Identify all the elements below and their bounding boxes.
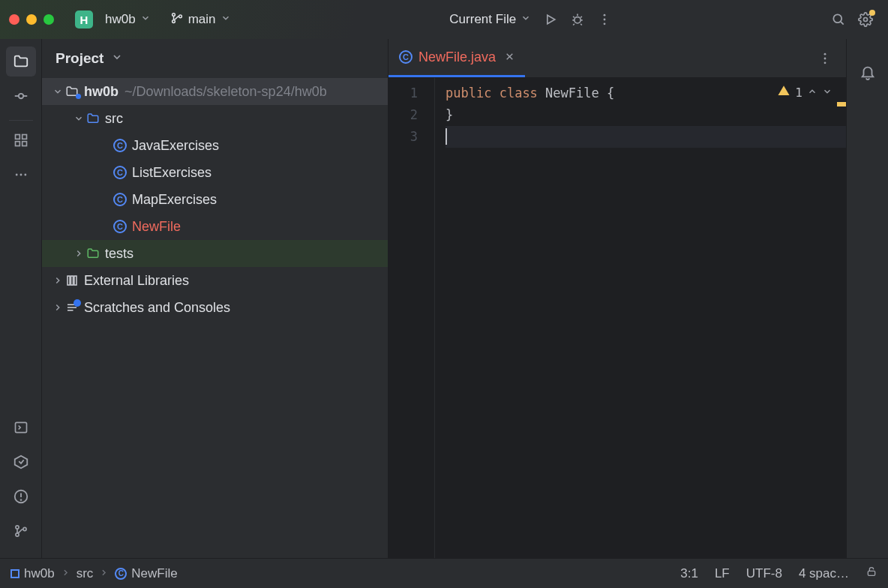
chevron-down-icon bbox=[520, 12, 531, 27]
svg-point-28 bbox=[22, 527, 26, 530]
project-tree[interactable]: hw0b ~/Downloads/skeleton-sp24/hw0b src … bbox=[42, 78, 388, 558]
editor-tab[interactable]: C NewFile.java bbox=[388, 39, 525, 77]
terminal-tool-button[interactable] bbox=[6, 412, 36, 442]
code-area[interactable]: public class NewFile { } 1 bbox=[435, 78, 846, 558]
tree-root-row[interactable]: hw0b ~/Downloads/skeleton-sp24/hw0b bbox=[42, 78, 388, 105]
vcs-tool-button[interactable] bbox=[6, 516, 36, 546]
chevron-right-icon bbox=[61, 566, 70, 581]
window-controls bbox=[9, 14, 54, 25]
maximize-window-button[interactable] bbox=[44, 14, 54, 25]
module-icon bbox=[10, 569, 20, 578]
chevron-down-icon[interactable] bbox=[72, 113, 86, 124]
prev-problem-button[interactable] bbox=[807, 86, 818, 100]
chevron-right-icon[interactable] bbox=[72, 248, 86, 259]
settings-button[interactable] bbox=[852, 6, 879, 33]
class-icon: C bbox=[115, 568, 127, 580]
breadcrumb-item[interactable]: C NewFile bbox=[115, 566, 177, 581]
branch-name: main bbox=[188, 12, 216, 27]
chevron-right-icon[interactable] bbox=[51, 302, 64, 313]
tree-tests-row[interactable]: tests bbox=[42, 240, 388, 267]
tree-file-list-exercises[interactable]: C ListExercises bbox=[42, 159, 388, 186]
status-bar: hw0b src C NewFile 3:1 LF UTF-8 4 spac… bbox=[0, 558, 888, 588]
notifications-button[interactable] bbox=[853, 57, 883, 87]
scratches-icon bbox=[64, 301, 80, 314]
svg-marker-3 bbox=[548, 15, 555, 24]
tree-scratches[interactable]: Scratches and Consoles bbox=[42, 294, 388, 321]
chevron-down-icon bbox=[220, 12, 231, 27]
chevron-down-icon[interactable] bbox=[111, 51, 123, 67]
more-actions-button[interactable] bbox=[591, 6, 618, 33]
divider bbox=[9, 120, 33, 121]
chevron-right-icon[interactable] bbox=[51, 275, 64, 286]
tree-src-row[interactable]: src bbox=[42, 105, 388, 132]
run-button[interactable] bbox=[537, 6, 564, 33]
search-button[interactable] bbox=[825, 6, 852, 33]
close-tab-button[interactable] bbox=[505, 50, 514, 65]
breadcrumb-item[interactable]: hw0b bbox=[10, 566, 55, 581]
tree-file-new-file[interactable]: C NewFile bbox=[42, 213, 388, 240]
warning-count: 1 bbox=[795, 86, 802, 100]
tree-external-libraries[interactable]: External Libraries bbox=[42, 267, 388, 294]
close-window-button[interactable] bbox=[9, 14, 20, 25]
svg-point-1 bbox=[172, 20, 175, 22]
readonly-toggle[interactable] bbox=[866, 566, 878, 581]
svg-point-19 bbox=[20, 174, 22, 176]
folder-icon bbox=[86, 247, 100, 260]
gutter: 1 2 3 bbox=[388, 78, 435, 558]
class-icon: C bbox=[112, 139, 128, 152]
encoding[interactable]: UTF-8 bbox=[746, 566, 782, 581]
right-tool-strip bbox=[846, 39, 888, 558]
caret-position[interactable]: 3:1 bbox=[680, 566, 698, 581]
editor[interactable]: 1 2 3 public class NewFile { } 1 bbox=[388, 78, 846, 558]
commit-tool-button[interactable] bbox=[6, 81, 36, 111]
chevron-down-icon bbox=[140, 12, 151, 27]
tab-more-button[interactable] bbox=[812, 45, 838, 72]
minimize-window-button[interactable] bbox=[26, 14, 37, 25]
project-dropdown[interactable]: hw0b bbox=[99, 9, 157, 30]
project-tool-button[interactable] bbox=[6, 46, 36, 76]
inspection-widget[interactable]: 1 bbox=[777, 84, 832, 100]
svg-point-39 bbox=[824, 62, 826, 64]
svg-point-18 bbox=[15, 174, 17, 176]
breadcrumbs[interactable]: hw0b src C NewFile bbox=[10, 566, 178, 581]
tree-file-java-exercises[interactable]: C JavaExercises bbox=[42, 132, 388, 159]
run-config-label: Current File bbox=[449, 12, 516, 27]
project-badge: H bbox=[75, 10, 93, 28]
left-tool-strip bbox=[0, 39, 42, 558]
services-tool-button[interactable] bbox=[6, 447, 36, 477]
class-icon: C bbox=[112, 193, 128, 206]
code-line bbox=[446, 126, 846, 148]
file-label: MapExercises bbox=[132, 192, 217, 208]
editor-area: C NewFile.java 1 2 3 bbox=[388, 39, 846, 558]
tree-src-label: src bbox=[105, 111, 123, 127]
svg-rect-14 bbox=[15, 135, 20, 140]
run-config-dropdown[interactable]: Current File bbox=[443, 9, 537, 30]
caret bbox=[446, 128, 447, 145]
tree-file-map-exercises[interactable]: C MapExercises bbox=[42, 186, 388, 213]
next-problem-button[interactable] bbox=[822, 86, 832, 100]
folder-icon bbox=[86, 112, 100, 125]
file-label: ListExercises bbox=[132, 165, 212, 181]
svg-point-5 bbox=[604, 14, 606, 16]
library-icon bbox=[64, 274, 80, 287]
indent[interactable]: 4 spac… bbox=[799, 566, 849, 581]
file-label: NewFile bbox=[132, 219, 181, 235]
more-tool-button[interactable] bbox=[6, 160, 36, 190]
structure-tool-button[interactable] bbox=[6, 125, 36, 155]
line-number: 3 bbox=[388, 126, 434, 148]
svg-point-27 bbox=[15, 533, 18, 536]
svg-point-6 bbox=[604, 19, 606, 21]
error-stripe-marker[interactable] bbox=[837, 102, 846, 106]
debug-button[interactable] bbox=[564, 6, 591, 33]
project-panel: Project hw0b ~/Downloads/skeleton-sp24/h… bbox=[42, 39, 388, 558]
breadcrumb-item[interactable]: src bbox=[76, 566, 94, 581]
svg-rect-30 bbox=[71, 276, 74, 285]
tab-label: NewFile.java bbox=[418, 50, 496, 65]
svg-point-38 bbox=[824, 57, 826, 59]
chevron-down-icon[interactable] bbox=[51, 86, 64, 97]
line-separator[interactable]: LF bbox=[715, 566, 730, 581]
problems-tool-button[interactable] bbox=[6, 482, 36, 512]
settings-notification-dot bbox=[869, 10, 875, 16]
vcs-branch-dropdown[interactable]: main bbox=[164, 8, 237, 32]
tree-tests-label: tests bbox=[105, 246, 134, 262]
